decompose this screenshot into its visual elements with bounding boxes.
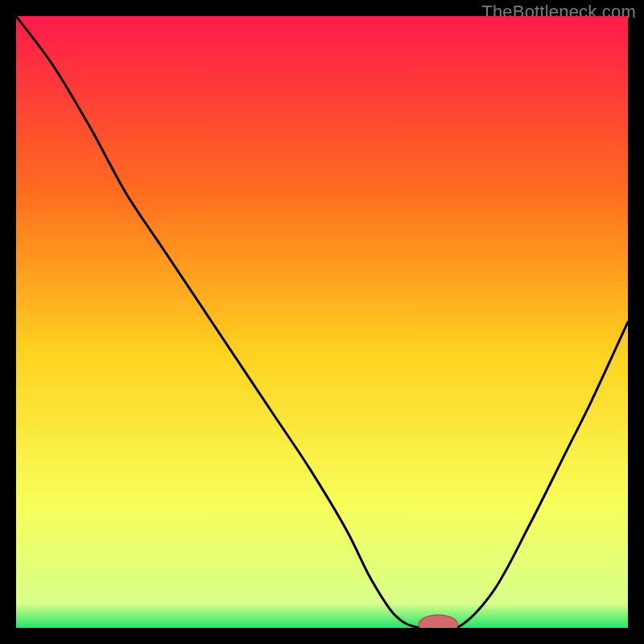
gradient-background [16,16,628,628]
chart-svg [16,16,628,628]
chart-stage: TheBottleneck.com [0,0,644,644]
plot-area [16,16,628,628]
